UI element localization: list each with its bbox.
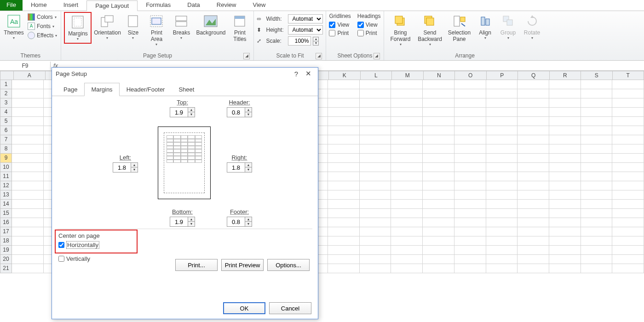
row-header[interactable]: 3 <box>0 98 12 108</box>
cell[interactable] <box>612 246 644 255</box>
cell[interactable] <box>360 80 391 89</box>
cell[interactable] <box>612 264 644 273</box>
cell[interactable] <box>612 117 644 126</box>
cell[interactable] <box>328 144 360 154</box>
rotate-button[interactable]: Rotate▾ <box>521 12 543 42</box>
cell[interactable] <box>454 172 486 181</box>
cell[interactable] <box>518 255 549 264</box>
row-header[interactable]: 20 <box>0 255 12 264</box>
cell[interactable] <box>486 98 518 108</box>
cell[interactable] <box>549 80 581 89</box>
cell[interactable] <box>391 108 423 117</box>
column-header[interactable]: P <box>487 71 518 80</box>
scale-up[interactable]: ▲ <box>313 37 318 41</box>
margin-bottom-input[interactable] <box>170 217 188 226</box>
cell[interactable] <box>328 200 360 209</box>
cell[interactable] <box>612 80 644 89</box>
tab-insert[interactable]: Insert <box>55 0 87 11</box>
cell[interactable] <box>549 264 581 273</box>
cell[interactable] <box>328 209 360 218</box>
cell[interactable] <box>391 80 423 89</box>
cell[interactable] <box>391 227 423 236</box>
row-header[interactable]: 8 <box>0 144 12 154</box>
cell[interactable] <box>12 200 44 209</box>
cell[interactable] <box>549 181 581 190</box>
select-all-corner[interactable] <box>0 71 14 80</box>
cell[interactable] <box>549 218 581 227</box>
orientation-button[interactable]: Orientation ▾ <box>93 12 121 42</box>
cell[interactable] <box>360 163 391 172</box>
cell[interactable] <box>12 227 44 236</box>
row-header[interactable]: 19 <box>0 246 12 255</box>
margins-button[interactable]: Margins ▾ <box>64 12 92 44</box>
cell[interactable] <box>612 135 644 144</box>
cell[interactable] <box>454 255 486 264</box>
cell[interactable] <box>360 144 391 154</box>
cell[interactable] <box>360 89 391 98</box>
row-header[interactable]: 2 <box>0 89 12 98</box>
cell[interactable] <box>612 154 644 163</box>
scale-input[interactable] <box>288 36 311 46</box>
print-preview-button[interactable]: Print Preview <box>221 259 264 271</box>
themes-fonts[interactable]: AFonts▾ <box>27 22 58 30</box>
column-header[interactable]: S <box>581 71 613 80</box>
cell[interactable] <box>423 200 454 209</box>
cell[interactable] <box>612 89 644 98</box>
cell[interactable] <box>12 80 44 89</box>
cell[interactable] <box>328 246 360 255</box>
cell[interactable] <box>454 236 486 246</box>
cell[interactable] <box>612 190 644 200</box>
cell[interactable] <box>581 154 613 163</box>
cell[interactable] <box>612 200 644 209</box>
tab-page-layout[interactable]: Page Layout <box>86 0 138 11</box>
cell[interactable] <box>549 190 581 200</box>
scale-down[interactable]: ▼ <box>313 41 318 45</box>
cell[interactable] <box>612 227 644 236</box>
headings-view-check[interactable]: View <box>357 21 381 29</box>
spin-down[interactable]: ▼ <box>131 167 138 172</box>
cell[interactable] <box>328 108 360 117</box>
print-area-button[interactable]: Print Area ▾ <box>145 12 168 48</box>
cell[interactable] <box>518 227 549 236</box>
cell[interactable] <box>518 108 549 117</box>
gridlines-view-check[interactable]: View <box>329 21 351 29</box>
spin-down[interactable]: ▼ <box>188 112 195 117</box>
cell[interactable] <box>454 181 486 190</box>
cell[interactable] <box>360 181 391 190</box>
options-button[interactable]: Options... <box>267 259 310 271</box>
themes-effects[interactable]: Effects▾ <box>27 31 58 40</box>
print-button[interactable]: Print... <box>175 259 218 271</box>
gridlines-print-check[interactable]: Print <box>329 29 351 37</box>
cell[interactable] <box>581 117 613 126</box>
cell[interactable] <box>360 227 391 236</box>
row-header[interactable]: 21 <box>0 264 12 273</box>
cell[interactable] <box>486 181 518 190</box>
cell[interactable] <box>486 264 518 273</box>
row-header[interactable]: 5 <box>0 117 12 126</box>
margin-left-spinner[interactable]: ▲▼ <box>113 162 138 172</box>
spin-down[interactable]: ▼ <box>245 222 252 226</box>
cell[interactable] <box>612 236 644 246</box>
cell[interactable] <box>454 163 486 172</box>
cell[interactable] <box>581 172 613 181</box>
cell[interactable] <box>12 163 44 172</box>
cell[interactable] <box>12 181 44 190</box>
cell[interactable] <box>486 89 518 98</box>
cell[interactable] <box>12 89 44 98</box>
cell[interactable] <box>581 98 613 108</box>
tab-file[interactable]: File <box>0 0 23 11</box>
cell[interactable] <box>328 236 360 246</box>
cell[interactable] <box>423 144 454 154</box>
spin-up[interactable]: ▲ <box>188 108 195 112</box>
cell[interactable] <box>328 190 360 200</box>
cell[interactable] <box>518 144 549 154</box>
row-header[interactable]: 13 <box>0 190 12 200</box>
cell[interactable] <box>581 144 613 154</box>
cell[interactable] <box>581 135 613 144</box>
cell[interactable] <box>423 227 454 236</box>
cell[interactable] <box>12 154 44 163</box>
cell[interactable] <box>423 163 454 172</box>
margin-footer-input[interactable] <box>227 217 245 226</box>
cell[interactable] <box>12 144 44 154</box>
cell[interactable] <box>328 89 360 98</box>
